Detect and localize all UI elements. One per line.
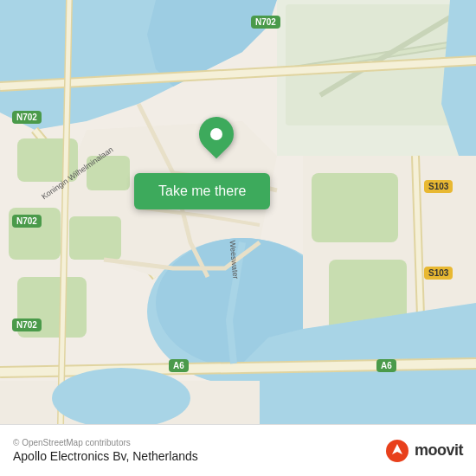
route-badge-n702-left-bot: N702 [12, 318, 42, 331]
map-container: N702 N702 N702 N702 S103 S103 A6 A6 Koni… [0, 0, 476, 424]
route-badge-n702-left-mid: N702 [12, 215, 42, 228]
moovit-text: moovit [415, 441, 463, 460]
route-badge-n702-top: N702 [251, 16, 280, 29]
pin-outer [192, 110, 241, 159]
moovit-logo: moovit [385, 439, 463, 463]
map-background [0, 0, 476, 424]
footer: © OpenStreetMap contributors Apollo Elec… [0, 424, 476, 476]
route-badge-s103-bot: S103 [424, 267, 453, 280]
route-badge-n702-left-top: N702 [12, 111, 42, 124]
svg-rect-14 [312, 173, 398, 242]
location-pin [199, 117, 234, 160]
route-badge-s103-top: S103 [424, 180, 453, 193]
route-badge-a6-right: A6 [376, 359, 396, 372]
moovit-icon [385, 439, 409, 463]
location-name-text: Apollo Electronics Bv [13, 449, 125, 463]
svg-rect-10 [69, 216, 121, 260]
copyright-text: © OpenStreetMap contributors [13, 438, 198, 447]
take-me-there-button[interactable]: Take me there [134, 173, 270, 209]
location-name: Apollo Electronics Bv, Netherlands [13, 449, 198, 463]
route-badge-a6-left: A6 [169, 359, 189, 372]
pin-inner [210, 128, 222, 140]
location-country-text: Netherlands [132, 449, 198, 463]
footer-left: © OpenStreetMap contributors Apollo Elec… [13, 438, 198, 463]
